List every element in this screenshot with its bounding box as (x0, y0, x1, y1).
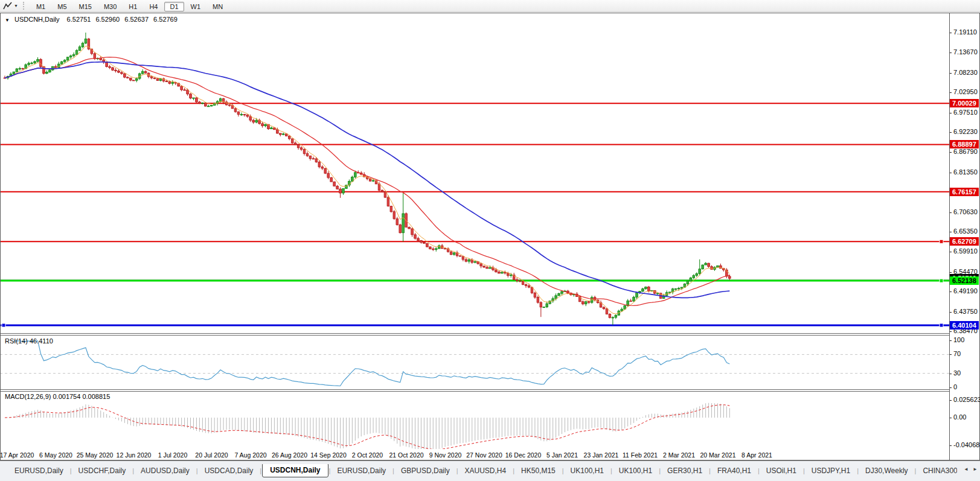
date-axis-label: 9 Nov 2020 (429, 451, 462, 459)
date-axis-label: 21 Oct 2020 (389, 451, 423, 459)
timeframe-button-m5[interactable]: M5 (52, 2, 72, 11)
low-value: 6.52637 (124, 16, 149, 23)
rsi-label: RSI(14) 46.4110 (5, 337, 53, 345)
timeframe-button-h4[interactable]: H4 (144, 2, 163, 11)
level-price-tag-6.76157: 6.76157 (950, 188, 979, 196)
tab-usdchf-daily[interactable]: USDCHF,Daily (72, 465, 132, 477)
date-axis-label: 26 Aug 2020 (272, 451, 307, 459)
price-axis-tick: 6.86790 (953, 148, 978, 155)
date-axis-label: 16 Dec 2020 (505, 451, 542, 459)
timeframe-button-m30[interactable]: M30 (98, 2, 122, 11)
tab-separator: | (857, 467, 859, 474)
date-axis-label: 2 Oct 2020 (352, 451, 383, 459)
rsi-axis-tick: 0 (953, 383, 957, 390)
date-axis-label: 2 Mar 2021 (663, 451, 695, 459)
tab-gbpusd-daily[interactable]: GBPUSD,Daily (395, 465, 456, 477)
tab-eurusd-daily[interactable]: EURUSD,Daily (331, 465, 392, 477)
tab-separator: | (260, 467, 261, 474)
chart-background (0, 13, 949, 460)
price-axis-tick: 6.92230 (953, 128, 978, 135)
date-axis-label: 6 May 2020 (39, 451, 72, 459)
tab-separator: | (562, 467, 564, 474)
toolbar-dropdown-caret[interactable]: ▼ (14, 4, 18, 8)
timeframe-button-w1[interactable]: W1 (185, 2, 207, 11)
chart-tab-bar: EURUSD,Daily|USDCHF,Daily|AUDUSD,Daily|U… (0, 460, 980, 481)
tab-uk100-h1[interactable]: UK100,H1 (565, 465, 610, 477)
date-axis-label: 12 Jun 2020 (117, 451, 152, 459)
macd-axis-tick: 0.025623 (953, 396, 980, 403)
tab-separator: | (456, 467, 458, 474)
tab-dj30-weekly[interactable]: DJ30,Weekly (859, 465, 914, 477)
tab-usoil-h1[interactable]: USOil,H1 (760, 465, 802, 477)
timeframe-button-m1[interactable]: M1 (31, 2, 51, 11)
tab-hk50-m15[interactable]: HK50,M15 (515, 465, 562, 477)
macd-axis-tick: 0.00 (953, 413, 966, 421)
top-toolbar: ▼ M1M5M15M30H1H4D1W1MN (0, 0, 980, 12)
tab-separator: | (709, 467, 711, 474)
date-axis-label: 1 Jul 2020 (158, 451, 187, 459)
level-price-tag-6.52138: 6.52138 (950, 276, 979, 285)
tab-separator: | (610, 467, 612, 474)
rsi-axis-tick: 30 (953, 369, 961, 377)
toolbar-grip (23, 2, 25, 10)
macd-label: MACD(12,26,9) 0.001754 0.008815 (5, 393, 110, 400)
tab-audusd-daily[interactable]: AUDUSD,Daily (135, 465, 196, 477)
symbol-period-label: USDCNH,Daily (14, 16, 60, 23)
date-axis-label: 14 Sep 2020 (310, 451, 347, 459)
chart-cursor-icon[interactable] (2, 1, 13, 11)
tab-separator: | (70, 467, 72, 474)
tab-scroll-right-icon[interactable]: ► (973, 467, 978, 472)
tab-separator: | (915, 467, 917, 474)
price-axis-tick: 6.43750 (953, 308, 978, 315)
price-axis-tick: 6.49190 (953, 287, 978, 295)
date-axis-label: 8 Apr 2021 (741, 451, 772, 459)
price-axis-tick: 6.81350 (953, 168, 978, 176)
rsi-axis-tick: 70 (953, 350, 961, 357)
tab-separator: | (803, 467, 805, 474)
price-axis-tick: 6.97510 (953, 109, 978, 116)
date-axis-label: 17 Apr 2020 (0, 451, 34, 459)
tab-eurusd-daily[interactable]: EURUSD,Daily (8, 465, 69, 477)
rsi-axis-tick: 100 (953, 336, 964, 343)
tab-scroll-controls: ◄ ► (961, 467, 978, 472)
tab-usdcad-daily[interactable]: USDCAD,Daily (199, 465, 260, 477)
date-axis-label: 11 Feb 2021 (623, 451, 658, 459)
price-axis-tick: 6.70630 (953, 208, 978, 215)
tab-scroll-left-icon[interactable]: ◄ (964, 467, 969, 472)
timeframe-button-m15[interactable]: M15 (74, 2, 97, 11)
level-price-tag-6.88897: 6.88897 (950, 140, 979, 148)
tab-separator: | (659, 467, 661, 474)
level-price-tag-6.40104: 6.40104 (950, 321, 979, 330)
price-axis[interactable]: 7.191107.136707.082307.029506.975106.922… (949, 13, 980, 460)
tab-usdjpy-h1[interactable]: USDJPY,H1 (805, 465, 856, 477)
tab-list: EURUSD,Daily|USDCHF,Daily|AUDUSD,Daily|U… (8, 464, 957, 477)
date-axis-label: 7 Aug 2020 (234, 451, 266, 459)
tab-uk100-h1[interactable]: UK100,H1 (613, 465, 658, 477)
tab-fra40-h1[interactable]: FRA40,H1 (711, 465, 757, 477)
high-value: 6.52960 (95, 16, 120, 23)
timeframe-button-d1[interactable]: D1 (164, 2, 184, 11)
collapse-caret[interactable]: ▼ (5, 18, 10, 23)
level-price-tag-7.00029: 7.00029 (950, 99, 979, 107)
level-price-tag-6.62709: 6.62709 (950, 237, 979, 246)
timeframe-button-h1[interactable]: H1 (123, 2, 143, 11)
tab-china300-h1[interactable]: CHINA300,H1 (917, 465, 957, 477)
date-axis-label: 25 May 2020 (77, 451, 114, 459)
open-value: 6.52751 (67, 16, 91, 23)
tab-separator: | (329, 467, 331, 474)
tab-separator: | (758, 467, 760, 474)
date-axis[interactable]: 17 Apr 20206 May 202025 May 202012 Jun 2… (0, 450, 949, 460)
tab-separator: | (392, 467, 394, 474)
timeframe-button-mn[interactable]: MN (207, 2, 228, 11)
tab-usdcnh-daily[interactable]: USDCNH,Daily (262, 464, 328, 477)
price-axis-tick: 7.19110 (953, 28, 977, 36)
price-axis-tick: 6.59910 (953, 247, 978, 255)
tab-xauusd-h4[interactable]: XAUUSD,H4 (459, 465, 513, 477)
tab-separator: | (513, 467, 514, 474)
date-axis-label: 27 Nov 2020 (466, 451, 502, 459)
chart-ohlc-header: ▼ USDCNH,Daily 6.52751 6.52960 6.52637 6… (5, 16, 181, 23)
tab-ger30-h1[interactable]: GER30,H1 (661, 465, 708, 477)
price-axis-tick: 7.08230 (953, 69, 978, 76)
date-axis-label: 5 Jan 2021 (546, 451, 578, 459)
price-axis-tick: 6.65350 (953, 228, 978, 235)
